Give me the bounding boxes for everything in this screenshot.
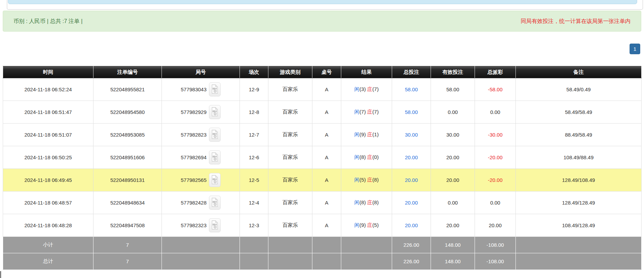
game-type-cell: 百家乐 xyxy=(268,101,312,124)
video-replay-button[interactable] xyxy=(209,128,221,142)
round-wrap: 577982929 xyxy=(163,105,238,119)
result-cell: 闲(3) 庄(7) xyxy=(341,78,392,101)
round-wrap: 577982323 xyxy=(163,218,238,232)
table-number-cell: A xyxy=(312,78,341,101)
game-type-cell: 百家乐 xyxy=(268,146,312,169)
video-replay-icon xyxy=(211,107,219,117)
player-result-score: (5) xyxy=(359,177,367,183)
player-result-label: 闲 xyxy=(354,222,359,228)
column-header-10: 备注 xyxy=(516,66,642,78)
player-result-score: (7) xyxy=(359,109,367,115)
payout-cell: 0.00 xyxy=(475,101,516,124)
table-number-cell: A xyxy=(312,169,341,192)
table-number-cell: A xyxy=(312,101,341,124)
total-bet-link[interactable]: 20.00 xyxy=(405,154,418,160)
video-replay-icon xyxy=(211,198,219,208)
total-bet-link[interactable]: 58.00 xyxy=(405,86,418,92)
payout-cell: 20.00 xyxy=(475,214,516,237)
total-bet-link[interactable]: 20.00 xyxy=(405,200,418,206)
table-number-cell: A xyxy=(312,214,341,237)
player-result-label: 闲 xyxy=(354,199,359,205)
total-bet-cell: 20.00 xyxy=(392,192,431,214)
column-header-6: 结果 xyxy=(341,66,392,78)
summary-count-cell: 7 xyxy=(93,253,162,270)
remark-cell: 128.49/108.49 xyxy=(516,169,642,192)
pagination: 1 xyxy=(630,44,640,54)
video-replay-button[interactable] xyxy=(209,196,221,210)
summary-alert: 币别 : 人民币 | 总共 :7 注单 | 同局有效投注，统一计算在该局第一张注… xyxy=(3,11,641,32)
player-result-label: 闲 xyxy=(354,177,359,183)
video-replay-button[interactable] xyxy=(209,82,221,96)
banker-result-label: 庄 xyxy=(367,131,373,137)
remark-cell: 58.49/58.49 xyxy=(516,101,642,124)
bet-id-cell: 522048954580 xyxy=(93,101,162,124)
time-cell: 2024-11-18 06:52:24 xyxy=(3,78,93,101)
bet-records-table: 时间注单编号局号场次游戏类别桌号结果总投注有效投注总派彩备注 2024-11-1… xyxy=(3,66,642,270)
game-type-cell: 百家乐 xyxy=(268,169,312,192)
total-bet-cell: 58.00 xyxy=(392,101,431,124)
total-bet-link[interactable]: 58.00 xyxy=(405,109,418,115)
session-cell: 12-9 xyxy=(240,78,268,101)
table-number-cell: A xyxy=(312,124,341,146)
remark-cell: 108.49/128.49 xyxy=(516,214,642,237)
banker-result-score: (7) xyxy=(373,86,379,92)
video-replay-button[interactable] xyxy=(209,150,221,164)
banker-result-score: (1) xyxy=(373,131,379,137)
valid-bet-cell: 20.00 xyxy=(431,146,475,169)
summary-empty-cell xyxy=(516,237,642,253)
valid-bet-cell: 58.00 xyxy=(431,78,475,101)
alert-note-text: 同局有效投注，统一计算在该局第一张注单内 xyxy=(521,18,631,25)
banker-result-label: 庄 xyxy=(367,222,373,228)
page-1-button[interactable]: 1 xyxy=(630,44,640,54)
video-replay-icon xyxy=(211,220,219,231)
summary-empty-cell xyxy=(312,253,341,270)
column-header-0: 时间 xyxy=(3,66,93,78)
column-header-5: 桌号 xyxy=(312,66,341,78)
column-header-2: 局号 xyxy=(162,66,240,78)
round-cell: 577982565 xyxy=(162,169,240,192)
player-result-score: (9) xyxy=(359,222,367,228)
game-type-cell: 百家乐 xyxy=(268,124,312,146)
summary-empty-cell xyxy=(341,253,392,270)
player-result-score: (8) xyxy=(359,199,367,205)
table-header-row: 时间注单编号局号场次游戏类别桌号结果总投注有效投注总派彩备注 xyxy=(3,66,642,78)
column-header-8: 有效投注 xyxy=(431,66,475,78)
player-result-label: 闲 xyxy=(354,109,359,115)
banker-result-label: 庄 xyxy=(367,199,373,205)
partial-border-line xyxy=(0,271,1,278)
player-result-label: 闲 xyxy=(354,131,359,137)
bet-id-cell: 522048955821 xyxy=(93,78,162,101)
video-replay-button[interactable] xyxy=(209,218,221,232)
video-replay-icon xyxy=(211,152,219,163)
banker-result-label: 庄 xyxy=(367,109,373,115)
total-bet-link[interactable]: 20.00 xyxy=(405,222,418,228)
session-cell: 12-8 xyxy=(240,101,268,124)
player-result-label: 闲 xyxy=(354,154,359,160)
video-replay-button[interactable] xyxy=(209,173,221,187)
subtotal-row: 小计7226.00148.00-108.00 xyxy=(3,237,642,253)
round-number: 577982565 xyxy=(181,177,207,183)
video-replay-button[interactable] xyxy=(209,105,221,119)
result-cell: 闲(9) 庄(1) xyxy=(341,124,392,146)
total-bet-link[interactable]: 30.00 xyxy=(405,132,418,138)
video-replay-icon xyxy=(211,84,219,95)
payout-cell: -20.00 xyxy=(475,146,516,169)
summary-label-cell: 总计 xyxy=(3,253,93,270)
total-bet-cell: 58.00 xyxy=(392,78,431,101)
total-bet-cell: 30.00 xyxy=(392,124,431,146)
round-cell: 577982823 xyxy=(162,124,240,146)
total-bet-link[interactable]: 20.00 xyxy=(405,177,418,183)
round-cell: 577982323 xyxy=(162,214,240,237)
round-wrap: 577982565 xyxy=(163,173,238,187)
round-number: 577982929 xyxy=(181,109,207,115)
total-bet-cell: 20.00 xyxy=(392,169,431,192)
summary-empty-cell xyxy=(162,237,240,253)
round-cell: 577983043 xyxy=(162,78,240,101)
player-result-label: 闲 xyxy=(354,86,359,92)
grandtotal-row: 总计7226.00148.00-108.00 xyxy=(3,253,642,270)
session-cell: 12-3 xyxy=(240,214,268,237)
bet-row: 2024-11-18 06:48:28522048947508577982323… xyxy=(3,214,642,237)
game-type-cell: 百家乐 xyxy=(268,192,312,214)
payout-cell: -30.00 xyxy=(475,124,516,146)
summary-payout-cell: -108.00 xyxy=(475,237,516,253)
